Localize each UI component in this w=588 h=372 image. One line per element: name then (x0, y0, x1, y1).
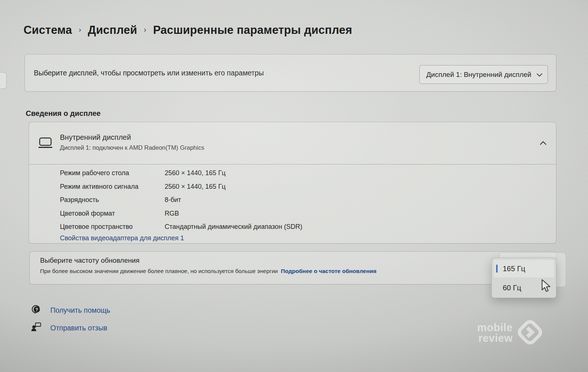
display-info-rows: Режим рабочего стола 2560 × 1440, 165 Гц… (29, 167, 556, 234)
table-row: Цветовое пространство Стандартный динами… (29, 221, 556, 234)
get-help-link[interactable]: ? Получить помощь (31, 304, 110, 316)
breadcrumb-separator-icon: › (79, 25, 81, 34)
selected-indicator (496, 265, 498, 273)
display-info-section-title: Сведения о дисплее (26, 109, 101, 118)
breadcrumb-system[interactable]: Система (24, 24, 72, 37)
mouse-cursor-icon (541, 279, 552, 295)
get-help-label: Получить помощь (50, 306, 110, 315)
table-row: Режим активного сигнала 2560 × 1440, 165… (29, 181, 556, 194)
row-label: Цветовое пространство (60, 223, 133, 231)
send-feedback-link[interactable]: Отправить отзыв (31, 322, 107, 334)
adapter-properties-link[interactable]: Свойства видеоадаптера для дисплея 1 (60, 234, 184, 242)
row-value: 2560 × 1440, 165 Гц (165, 183, 226, 191)
refresh-rate-more-link[interactable]: Подробнее о частоте обновления (281, 268, 376, 274)
table-row: Разрядность 8-бит (29, 194, 556, 208)
choose-display-label: Выберите дисплей, чтобы просмотреть или … (34, 54, 264, 91)
breadcrumb-display[interactable]: Дисплей (88, 24, 137, 37)
row-label: Разрядность (60, 196, 99, 204)
display-info-expander-header[interactable]: Внутренний дисплей Дисплей 1: подключен … (29, 122, 556, 164)
divider (29, 164, 556, 164)
refresh-option-label: 60 Гц (503, 284, 521, 292)
display-select-dropdown[interactable]: Дисплей 1: Внутренний дисплей (419, 65, 548, 84)
breadcrumb-separator-icon: › (144, 25, 146, 34)
chevron-down-icon (537, 71, 542, 79)
row-value: 8-бит (165, 196, 181, 204)
choose-display-card: Выберите дисплей, чтобы просмотреть или … (25, 54, 556, 92)
refresh-rate-description-text: При более высоком значении движение боле… (40, 268, 278, 274)
display-info-title: Внутренний дисплей (60, 133, 131, 142)
refresh-rate-title: Выберите частоту обновления (40, 256, 140, 265)
refresh-rate-card: Выберите частоту обновления При более вы… (29, 251, 556, 284)
left-edge-peek (0, 72, 7, 89)
svg-text:?: ? (35, 307, 38, 312)
row-label: Режим рабочего стола (60, 169, 129, 177)
refresh-option-165[interactable]: 165 Гц (494, 260, 554, 277)
row-value: RGB (165, 210, 179, 217)
send-feedback-label: Отправить отзыв (50, 324, 107, 332)
refresh-option-label: 165 Гц (503, 265, 525, 273)
page-title: Расширенные параметры дисплея (153, 24, 352, 37)
mobile-review-logo-icon (516, 318, 544, 348)
breadcrumb: Система › Дисплей › Расширенные параметр… (24, 24, 352, 37)
display-info-card: Внутренний дисплей Дисплей 1: подключен … (29, 122, 556, 244)
display-select-value: Дисплей 1: Внутренний дисплей (426, 71, 531, 79)
table-row: Цветовой формат RGB (29, 208, 556, 221)
refresh-rate-description: При более высоком значении движение боле… (40, 268, 376, 274)
feedback-icon (31, 322, 42, 334)
display-info-subtitle: Дисплей 1: подключен к AMD Radeon(TM) Gr… (60, 144, 204, 151)
table-row: Режим рабочего стола 2560 × 1440, 165 Гц (29, 167, 556, 181)
chevron-up-icon[interactable] (540, 140, 546, 146)
mobile-review-logo-text: mobile review (461, 322, 513, 344)
mobile-review-logo: mobile review (461, 318, 544, 348)
row-value: 2560 × 1440, 165 Гц (165, 169, 226, 177)
row-label: Цветовой формат (60, 210, 115, 217)
laptop-icon (38, 137, 53, 150)
row-label: Режим активного сигнала (60, 183, 139, 191)
row-value: Стандартный динамический диапазон (SDR) (165, 223, 302, 231)
help-icon: ? (31, 304, 42, 316)
